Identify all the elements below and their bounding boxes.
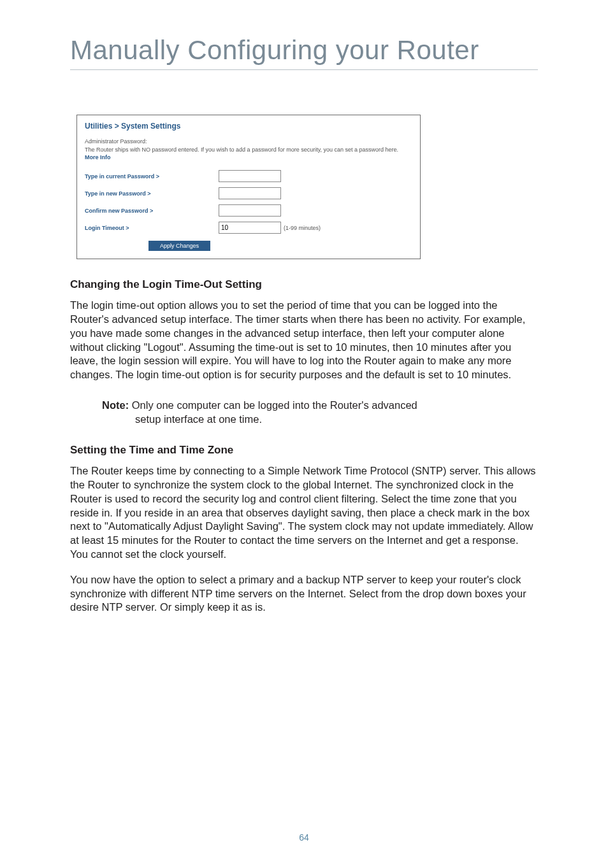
current-password-input[interactable]	[219, 170, 281, 182]
confirm-password-input[interactable]	[219, 204, 281, 217]
section-heading-timezone: Setting the Time and Time Zone	[70, 444, 538, 457]
login-timeout-row: Login Timeout > (1-99 minutes)	[85, 222, 412, 234]
timeout-paragraph: The login time-out option allows you to …	[70, 299, 538, 382]
new-password-label: Type in new Password >	[85, 190, 219, 197]
timezone-paragraph-2: You now have the option to select a prim…	[70, 573, 538, 615]
apply-changes-button[interactable]: Apply Changes	[148, 241, 210, 251]
panel-breadcrumb: Utilities > System Settings	[85, 122, 412, 131]
apply-row: Apply Changes	[85, 239, 412, 251]
confirm-password-label: Confirm new Password >	[85, 208, 219, 214]
note-block: Note: Only one computer can be logged in…	[102, 399, 538, 427]
admin-password-desc-text: The Router ships with NO password entere…	[85, 146, 398, 153]
note-text-line2: setup interface at one time.	[102, 413, 538, 427]
page-number: 64	[0, 832, 608, 843]
confirm-password-row: Confirm new Password >	[85, 204, 412, 217]
note-line-1: Note: Only one computer can be logged in…	[102, 399, 538, 413]
note-label: Note:	[102, 399, 129, 411]
login-timeout-input[interactable]	[219, 222, 281, 234]
new-password-row: Type in new Password >	[85, 187, 412, 199]
section-heading-timeout: Changing the Login Time-Out Setting	[70, 278, 538, 291]
timezone-paragraph-1: The Router keeps time by connecting to a…	[70, 464, 538, 561]
current-password-label: Type in current Password >	[85, 173, 219, 180]
current-password-row: Type in current Password >	[85, 170, 412, 182]
login-timeout-label: Login Timeout >	[85, 225, 219, 231]
more-info-link[interactable]: More Info	[85, 154, 111, 160]
admin-password-description: The Router ships with NO password entere…	[85, 146, 412, 161]
admin-password-subheader: Administrator Password:	[85, 138, 412, 145]
new-password-input[interactable]	[219, 187, 281, 199]
system-settings-panel: Utilities > System Settings Administrato…	[76, 115, 421, 259]
page-title: Manually Configuring your Router	[70, 35, 538, 66]
note-text-line1: Only one computer can be logged into the…	[129, 399, 417, 411]
login-timeout-suffix: (1-99 minutes)	[284, 225, 321, 231]
title-divider	[70, 69, 538, 70]
page-container: Manually Configuring your Router Utiliti…	[0, 0, 608, 868]
